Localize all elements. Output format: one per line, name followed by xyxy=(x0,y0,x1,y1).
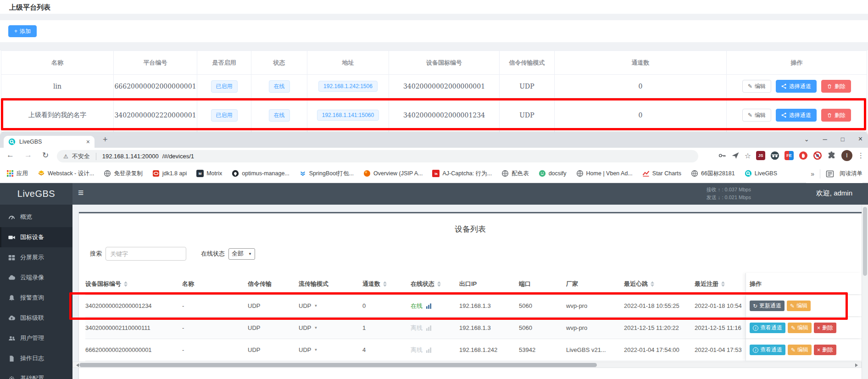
bookmark-aj-captcha[interactable]: ia AJ-Captcha: 行为... xyxy=(432,170,492,178)
bookmark-star-charts[interactable]: Star Charts xyxy=(642,170,681,177)
extensions-puzzle-icon[interactable] xyxy=(827,151,836,160)
view-channels-button[interactable]: i查看通道 xyxy=(750,345,785,355)
extension-block-icon[interactable] xyxy=(813,151,822,160)
user-menu[interactable]: 欢迎, admin xyxy=(816,189,852,198)
bookmark-motrix[interactable]: M Motrix xyxy=(196,170,222,177)
search-input[interactable] xyxy=(106,247,186,261)
browser-menu-icon[interactable]: ⋮ xyxy=(857,151,864,160)
delete-device-button[interactable]: ×删除 xyxy=(814,345,836,355)
horizontal-scrollbar[interactable] xyxy=(72,362,862,368)
forward-button[interactable]: → xyxy=(24,150,32,160)
bookmark-jdk-api[interactable]: jdk1.8 api xyxy=(152,170,187,177)
sidebar-item-cloud-recording[interactable]: 云端录像 xyxy=(0,268,72,288)
reading-list-label[interactable]: 阅读清单 xyxy=(840,170,862,178)
sidebar-item-operation-log[interactable]: 操作日志 xyxy=(0,348,72,368)
browser-tab-livegbs[interactable]: LiveGBS × xyxy=(4,136,95,148)
bookmark-livegbs[interactable]: LiveGBS xyxy=(745,170,777,177)
back-button[interactable]: ← xyxy=(6,150,14,160)
stream-mode-select[interactable]: UDP▼ xyxy=(299,302,317,309)
cell-port: 53942 xyxy=(519,339,566,361)
livegbs-app: LiveGBS ≡ 接收 ↑ : 0.037 Mbps 发送 ↓ : 0.021… xyxy=(0,183,868,379)
edit-button[interactable]: ✎编辑 xyxy=(742,80,771,93)
sidebar-item-split-screen[interactable]: 分屏展示 xyxy=(0,247,72,268)
reload-button[interactable]: ↻ xyxy=(42,150,49,160)
edit-device-button[interactable]: ✎编辑 xyxy=(788,345,812,355)
bookmark-springboot[interactable]: SpringBoot打包... xyxy=(299,170,354,178)
scroll-left-arrow[interactable] xyxy=(74,363,79,367)
sort-icon[interactable] xyxy=(651,279,654,289)
edit-button[interactable]: ✎编辑 xyxy=(742,109,771,122)
extension-adblock-hand-icon[interactable] xyxy=(799,151,808,160)
sort-icon[interactable] xyxy=(383,279,387,289)
sidebar-item-gb-devices[interactable]: 国标设备 xyxy=(0,227,72,247)
nav-buttons: ← → ↻ ⌂ xyxy=(6,150,64,160)
bookmark-vben-admin[interactable]: Home | Vben Ad... xyxy=(576,170,633,177)
bookmark-overview-jsip[interactable]: Overview (JSIP A... xyxy=(363,170,423,177)
window-minimize-button[interactable]: ─ xyxy=(823,136,827,143)
window-chevron-icon[interactable]: ⌄ xyxy=(804,136,809,143)
window-close-button[interactable]: × xyxy=(858,135,862,143)
delete-button[interactable]: 删除 xyxy=(821,109,851,122)
send-icon[interactable] xyxy=(731,151,740,160)
key-icon[interactable] xyxy=(718,151,726,160)
edit-device-button[interactable]: ✎编辑 xyxy=(788,323,812,333)
bookmark-gb28181[interactable]: 66国标28181 xyxy=(691,170,735,178)
address-bar[interactable]: ⚠ 不安全 192.168.1.141:20000/#/devices/1 xyxy=(57,150,698,162)
edit-device-button[interactable]: ✎编辑 xyxy=(787,301,811,311)
cell-vendor: wvp-pro xyxy=(566,317,624,339)
window-maximize-button[interactable]: □ xyxy=(841,136,845,143)
extension-spy-icon[interactable] xyxy=(770,151,779,160)
online-status-select[interactable]: 全部 ▼ xyxy=(228,248,255,260)
profile-avatar[interactable]: I xyxy=(841,150,852,161)
reading-list-icon[interactable] xyxy=(826,170,834,178)
add-platform-button[interactable]: + 添加 xyxy=(8,25,37,37)
extension-fe-icon[interactable]: FE xyxy=(785,151,794,160)
bookmark-optimus-manage[interactable]: optimus-manage... xyxy=(232,170,289,177)
tab-close-icon[interactable]: × xyxy=(86,139,90,145)
vertical-scrollbar[interactable] xyxy=(862,205,868,379)
cell-channels: 1 xyxy=(362,317,411,339)
view-channels-button[interactable]: i查看通道 xyxy=(750,323,785,333)
cell-gb-id: 34020000002000000001 xyxy=(389,75,500,98)
delete-device-button[interactable]: ×删除 xyxy=(814,323,836,333)
bookmark-star-icon[interactable]: ☆ xyxy=(745,151,751,160)
sidebar-item-user-management[interactable]: 用户管理 xyxy=(0,328,72,348)
bookmarks-overflow-chevrons[interactable]: » xyxy=(811,170,814,178)
pencil-icon: ✎ xyxy=(748,112,752,118)
extension-js-icon[interactable]: JS xyxy=(756,151,765,160)
device-row: 66620000002000000001 - UDP UDP▼ 4 离线 192… xyxy=(85,339,862,361)
stream-chart-icon[interactable] xyxy=(426,303,432,309)
sidebar-item-gb-cascade[interactable]: 国标级联 xyxy=(0,308,72,328)
vertical-scroll-thumb[interactable] xyxy=(863,207,867,276)
sort-icon[interactable] xyxy=(124,279,128,289)
sidebar-item-overview[interactable]: 概览 xyxy=(0,207,72,227)
sort-icon[interactable] xyxy=(437,279,441,289)
col-header-name: 名称 xyxy=(182,273,248,295)
stream-mode-select[interactable]: UDP▼ xyxy=(299,346,317,353)
bookmark-apps[interactable]: 应用 xyxy=(6,170,28,178)
select-channel-button[interactable]: 选择通道 xyxy=(776,109,817,122)
horizontal-scroll-thumb[interactable] xyxy=(79,363,597,367)
bookmark-docsify[interactable]: docsify xyxy=(539,170,567,177)
new-tab-button[interactable]: + xyxy=(103,135,108,145)
bookmark-copy-free[interactable]: 免登录复制 xyxy=(104,170,143,178)
select-channel-button[interactable]: 选择通道 xyxy=(776,80,817,93)
platform-table-row-highlighted: 上级看到的我的名字 34020000002220000001 已启用 在线 19… xyxy=(1,98,867,132)
delete-button[interactable]: 删除 xyxy=(821,80,851,93)
sidebar-item-basic-config[interactable]: 基础配置 xyxy=(0,368,72,379)
sidebar-toggle-icon[interactable]: ≡ xyxy=(78,187,83,198)
security-label[interactable]: 不安全 xyxy=(72,152,90,161)
orange-sphere-icon xyxy=(363,170,371,177)
cell-address: 192.168.1.242:1506 xyxy=(307,75,389,98)
cell-actions: i查看通道 ✎编辑 ×删除 xyxy=(746,317,862,339)
stream-mode-select[interactable]: UDP▼ xyxy=(299,324,317,331)
livegbs-favicon xyxy=(745,170,752,177)
cell-registered: 2022-01-04 17:53 xyxy=(695,339,746,361)
cell-heartbeat: 2022-01-18 10:55:25 xyxy=(624,295,695,317)
bookmark-webstack[interactable]: Webstack - 设计... xyxy=(38,170,94,178)
bookmark-color-table[interactable]: 配色表 xyxy=(501,170,529,178)
scroll-right-arrow[interactable] xyxy=(855,363,860,367)
sidebar-item-alarm-query[interactable]: 报警查询 xyxy=(0,288,72,308)
sort-icon[interactable] xyxy=(721,279,725,289)
update-channels-button[interactable]: ↻更新通道 xyxy=(750,301,785,311)
